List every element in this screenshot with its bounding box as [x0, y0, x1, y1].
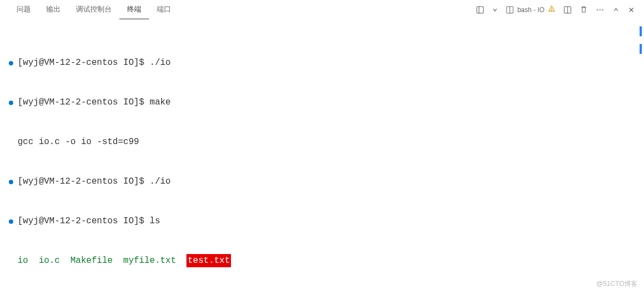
terminal-line: io io.c Makefile myfile.txt test.txt	[9, 254, 635, 267]
terminal-line: [wyj@VM-12-2-centos IO]$ ls	[9, 214, 635, 228]
tab-ports[interactable]: 端口	[149, 0, 179, 19]
tab-problems[interactable]: 问题	[9, 0, 38, 19]
cmd: ls	[150, 214, 160, 228]
output-text: io io.c Makefile myfile.txt	[18, 254, 186, 267]
split-terminal-icon[interactable]	[563, 5, 572, 14]
minimap-mark	[640, 26, 642, 36]
prompt: [wyj@VM-12-2-centos IO]$	[18, 96, 150, 109]
watermark: @51CTO博客	[596, 279, 637, 289]
svg-point-6	[552, 10, 552, 10]
cmd: ./io	[150, 175, 170, 188]
svg-point-10	[599, 9, 601, 10]
chevron-down-icon[interactable]	[492, 7, 498, 13]
panel-layout-icon[interactable]	[476, 5, 485, 14]
panel-header: 问题 输出 调试控制台 终端 端口 bash - IO	[0, 0, 644, 20]
terminal-line: [wyj@VM-12-2-centos IO]$ make	[9, 96, 635, 109]
chevron-up-icon[interactable]	[612, 6, 620, 14]
tabs: 问题 输出 调试控制台 终端 端口	[0, 0, 179, 19]
prompt: [wyj@VM-12-2-centos IO]$	[18, 175, 150, 188]
trash-icon[interactable]	[580, 5, 588, 14]
terminal-line: gcc io.c -o io -std=c99	[9, 135, 635, 148]
bullet-icon	[9, 61, 13, 65]
terminal-session-label[interactable]: bash - IO	[505, 5, 555, 14]
bullet-icon	[9, 101, 13, 105]
bullet-icon	[9, 180, 13, 184]
highlighted-file: test.txt	[186, 254, 231, 267]
output-text: gcc io.c -o io -std=c99	[18, 135, 139, 148]
prompt: [wyj@VM-12-2-centos IO]$	[18, 56, 150, 69]
svg-point-11	[602, 9, 603, 10]
svg-rect-0	[477, 7, 483, 13]
tab-output[interactable]: 输出	[38, 0, 68, 19]
bullet-icon	[9, 219, 13, 224]
minimap-mark	[640, 44, 642, 54]
terminal-line: [wyj@VM-12-2-centos IO]$ ./io	[9, 56, 635, 69]
tab-terminal[interactable]: 终端	[119, 0, 149, 19]
cmd: make	[150, 96, 170, 109]
warning-icon	[548, 5, 555, 14]
toolbar: bash - IO	[476, 5, 644, 14]
bash-label-text: bash - IO	[518, 6, 544, 14]
more-icon[interactable]	[596, 5, 604, 14]
terminal-line: [wyj@VM-12-2-centos IO]$ ./io	[9, 175, 635, 188]
terminal-output[interactable]: [wyj@VM-12-2-centos IO]$ ./io [wyj@VM-12…	[0, 20, 644, 292]
minimap	[640, 26, 642, 54]
cmd: ./io	[150, 56, 170, 69]
close-icon[interactable]	[628, 6, 635, 14]
svg-point-9	[597, 9, 598, 10]
prompt: [wyj@VM-12-2-centos IO]$	[18, 214, 150, 228]
tab-debug-console[interactable]: 调试控制台	[68, 0, 119, 19]
